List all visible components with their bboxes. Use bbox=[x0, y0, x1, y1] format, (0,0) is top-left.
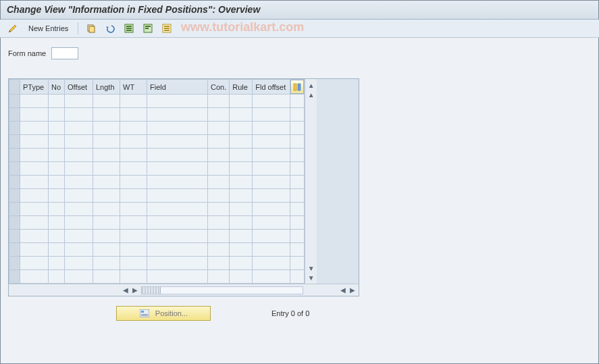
cell[interactable] bbox=[253, 216, 290, 230]
cell[interactable] bbox=[20, 135, 49, 149]
cell[interactable] bbox=[147, 203, 208, 216]
cell[interactable] bbox=[65, 95, 93, 108]
cell[interactable] bbox=[230, 189, 253, 203]
cell[interactable] bbox=[65, 149, 93, 162]
cell[interactable] bbox=[253, 270, 290, 284]
row-selector[interactable] bbox=[9, 122, 20, 135]
cell[interactable] bbox=[65, 257, 93, 270]
cell[interactable] bbox=[65, 122, 93, 135]
cell[interactable] bbox=[49, 257, 65, 270]
row-selector[interactable] bbox=[9, 135, 20, 149]
cell[interactable] bbox=[253, 135, 290, 149]
cell[interactable] bbox=[120, 176, 147, 189]
cell[interactable] bbox=[208, 95, 230, 108]
cell[interactable] bbox=[147, 176, 208, 189]
cell[interactable] bbox=[147, 135, 208, 149]
cell[interactable] bbox=[20, 95, 49, 108]
cell[interactable] bbox=[49, 149, 65, 162]
cell[interactable] bbox=[93, 149, 120, 162]
cell[interactable] bbox=[120, 122, 147, 135]
cell[interactable] bbox=[253, 203, 290, 216]
cell[interactable] bbox=[65, 176, 93, 189]
cell[interactable] bbox=[253, 108, 290, 122]
scroll-right-icon[interactable]: ▶ bbox=[130, 286, 140, 295]
cell[interactable] bbox=[65, 135, 93, 149]
scroll-right2-icon[interactable]: ▶ bbox=[348, 286, 357, 295]
cell[interactable] bbox=[230, 230, 253, 243]
col-field[interactable]: Field bbox=[147, 80, 208, 95]
col-ptype[interactable]: PType bbox=[20, 80, 49, 95]
cell[interactable] bbox=[49, 203, 65, 216]
form-name-input[interactable] bbox=[51, 47, 78, 59]
cell[interactable] bbox=[253, 149, 290, 162]
cell[interactable] bbox=[230, 216, 253, 230]
row-selector[interactable] bbox=[9, 203, 20, 216]
cell[interactable] bbox=[230, 95, 253, 108]
undo-icon[interactable] bbox=[103, 22, 118, 35]
cell[interactable] bbox=[120, 108, 147, 122]
cell[interactable] bbox=[65, 230, 93, 243]
cell[interactable] bbox=[93, 95, 120, 108]
cell[interactable] bbox=[208, 189, 230, 203]
cell[interactable] bbox=[230, 108, 253, 122]
cell[interactable] bbox=[147, 95, 208, 108]
cell[interactable] bbox=[120, 149, 147, 162]
configure-columns-icon[interactable] bbox=[290, 80, 304, 94]
hscroll-thumb[interactable] bbox=[142, 287, 161, 294]
cell[interactable] bbox=[20, 230, 49, 243]
cell[interactable] bbox=[253, 176, 290, 189]
cell[interactable] bbox=[253, 257, 290, 270]
cell[interactable] bbox=[147, 243, 208, 257]
cell[interactable] bbox=[147, 216, 208, 230]
cell[interactable] bbox=[120, 203, 147, 216]
row-selector[interactable] bbox=[9, 176, 20, 189]
cell[interactable] bbox=[208, 135, 230, 149]
toggle-edit-icon[interactable] bbox=[5, 22, 20, 35]
col-no[interactable]: No bbox=[49, 80, 65, 95]
cell[interactable] bbox=[49, 122, 65, 135]
cell[interactable] bbox=[253, 95, 290, 108]
cell[interactable] bbox=[253, 243, 290, 257]
cell[interactable] bbox=[93, 135, 120, 149]
cell[interactable] bbox=[147, 270, 208, 284]
vertical-scrollbar[interactable]: ▲ ▲ ▼ ▼ bbox=[305, 79, 317, 284]
cell[interactable] bbox=[49, 230, 65, 243]
scroll-left-icon[interactable]: ◀ bbox=[121, 286, 130, 295]
new-entries-button[interactable]: New Entries bbox=[24, 23, 72, 34]
cell[interactable] bbox=[208, 257, 230, 270]
cell[interactable] bbox=[49, 176, 65, 189]
cell[interactable] bbox=[20, 149, 49, 162]
horizontal-scrollbar[interactable]: ◀ ▶ ◀ ▶ bbox=[9, 284, 359, 296]
cell[interactable] bbox=[230, 135, 253, 149]
col-lngth[interactable]: Lngth bbox=[93, 80, 120, 95]
cell[interactable] bbox=[208, 176, 230, 189]
cell[interactable] bbox=[120, 243, 147, 257]
cell[interactable] bbox=[49, 162, 65, 176]
cell[interactable] bbox=[230, 243, 253, 257]
cell[interactable] bbox=[93, 108, 120, 122]
cell[interactable] bbox=[230, 162, 253, 176]
cell[interactable] bbox=[20, 243, 49, 257]
cell[interactable] bbox=[65, 189, 93, 203]
cell[interactable] bbox=[120, 230, 147, 243]
cell[interactable] bbox=[230, 149, 253, 162]
cell[interactable] bbox=[208, 162, 230, 176]
cell[interactable] bbox=[120, 270, 147, 284]
cell[interactable] bbox=[20, 257, 49, 270]
cell[interactable] bbox=[65, 203, 93, 216]
cell[interactable] bbox=[20, 216, 49, 230]
cell[interactable] bbox=[93, 189, 120, 203]
cell[interactable] bbox=[147, 189, 208, 203]
cell[interactable] bbox=[65, 162, 93, 176]
scroll-up2-icon[interactable]: ▲ bbox=[307, 90, 316, 99]
cell[interactable] bbox=[49, 270, 65, 284]
cell[interactable] bbox=[230, 270, 253, 284]
cell[interactable] bbox=[49, 95, 65, 108]
cell[interactable] bbox=[230, 176, 253, 189]
deselect-icon[interactable] bbox=[159, 22, 174, 35]
cell[interactable] bbox=[253, 189, 290, 203]
cell[interactable] bbox=[120, 95, 147, 108]
row-selector[interactable] bbox=[9, 189, 20, 203]
cell[interactable] bbox=[49, 135, 65, 149]
cell[interactable] bbox=[93, 176, 120, 189]
